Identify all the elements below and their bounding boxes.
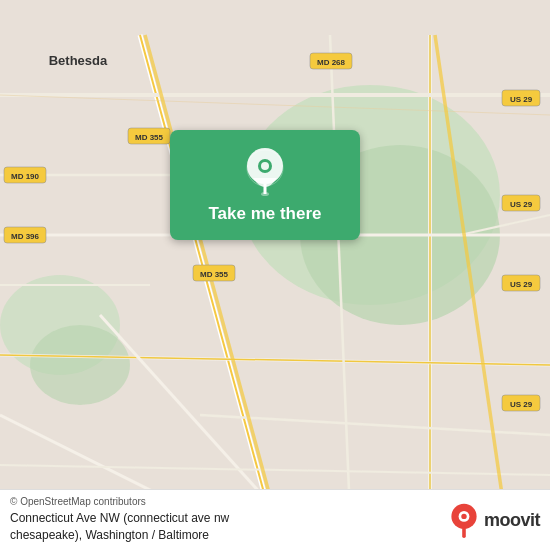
svg-text:MD 396: MD 396 bbox=[11, 232, 40, 241]
svg-point-4 bbox=[30, 325, 130, 405]
svg-point-50 bbox=[461, 514, 466, 519]
osm-credit: © OpenStreetMap contributors bbox=[10, 496, 229, 507]
moovit-logo: moovit bbox=[448, 502, 540, 538]
svg-text:MD 355: MD 355 bbox=[135, 133, 164, 142]
map-container: MD 355 MD 355 MD 190 MD 396 US 29 US 29 … bbox=[0, 0, 550, 550]
location-pin-icon bbox=[245, 148, 285, 196]
svg-text:US 29: US 29 bbox=[510, 200, 533, 209]
bottom-left-info: © OpenStreetMap contributors Connecticut… bbox=[10, 496, 229, 544]
moovit-brand-text: moovit bbox=[484, 510, 540, 531]
svg-text:US 29: US 29 bbox=[510, 400, 533, 409]
svg-text:MD 355: MD 355 bbox=[200, 270, 229, 279]
svg-text:US 29: US 29 bbox=[510, 280, 533, 289]
take-me-there-label: Take me there bbox=[208, 204, 321, 224]
svg-point-44 bbox=[261, 192, 269, 196]
take-me-there-button[interactable]: Take me there bbox=[170, 130, 360, 240]
svg-text:MD 190: MD 190 bbox=[11, 172, 40, 181]
svg-point-46 bbox=[261, 162, 269, 170]
svg-text:MD 268: MD 268 bbox=[317, 58, 346, 67]
location-text: Connecticut Ave NW (connecticut ave nw c… bbox=[10, 510, 229, 544]
bottom-bar: © OpenStreetMap contributors Connecticut… bbox=[0, 489, 550, 550]
svg-text:US 29: US 29 bbox=[510, 95, 533, 104]
map-background: MD 355 MD 355 MD 190 MD 396 US 29 US 29 … bbox=[0, 0, 550, 550]
moovit-pin-icon bbox=[448, 502, 480, 538]
svg-text:Bethesda: Bethesda bbox=[49, 53, 108, 68]
